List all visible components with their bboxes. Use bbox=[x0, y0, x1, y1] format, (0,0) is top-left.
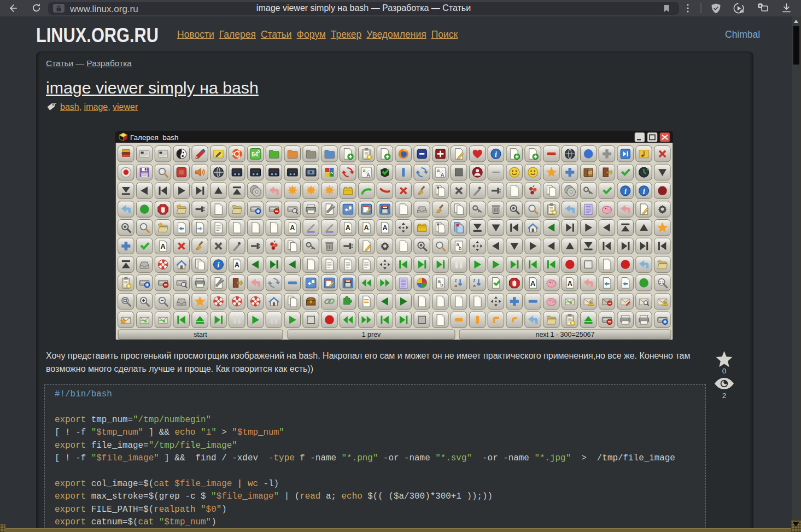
svg-text:Галерея bash: Галерея bash bbox=[130, 133, 179, 142]
svg-text:next 1 - 300=25067: next 1 - 300=25067 bbox=[535, 331, 594, 338]
svg-text:start: start bbox=[194, 331, 207, 338]
svg-text:1 prev: 1 prev bbox=[362, 331, 381, 338]
